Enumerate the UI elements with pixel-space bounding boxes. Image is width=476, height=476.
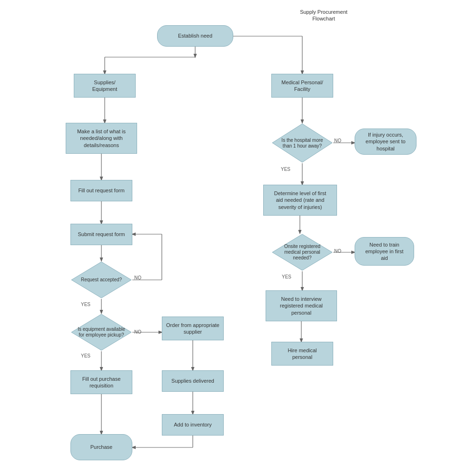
request-accepted-node: Request accepted? [70,261,132,299]
make-list-node: Make a list of what is needed/along with… [66,123,137,154]
equip-available-node: Is equipment available for employee pick… [70,313,132,351]
supplies-delivered-node: Supplies delivered [162,370,224,392]
flowchart-container: Supply Procurement Flowchart [0,0,476,476]
no-equip-label: NO [134,329,141,335]
determine-level-node: Determine level of first aid needed (rat… [263,185,337,216]
hire-medical-node: Hire medical personal [271,342,333,366]
yes-hospital-label: YES [281,167,290,172]
yes-equip-label: YES [81,353,90,358]
fill-purchase-node: Fill out purchase requisition [70,370,132,394]
add-inventory-node: Add to inventory [162,414,224,436]
yes-onsite-label: YES [282,274,291,279]
establish-need-node: Establish need [157,25,233,47]
order-supplier-node: Order from appropriate supplier [162,317,224,340]
medical-personal-node: Medical Personal/ Facility [271,74,333,98]
injury-hospital-node: If injury occurs, employee sent to hospi… [355,129,416,155]
purchase-node: Purchase [70,434,132,460]
supplies-equip-node: Supplies/ Equipment [74,74,136,98]
hospital-away-node: Is the hospital more than 1 hour away? [271,123,333,163]
fill-request-node: Fill out request form [70,180,132,201]
chart-title: Supply Procurement Flowchart [276,9,371,22]
onsite-medical-node: Onsite registered medical personal neede… [271,233,333,271]
no-request-label: NO [134,275,141,280]
yes-request-label: YES [81,302,90,307]
train-employee-node: Need to train employee in first aid [355,237,414,266]
submit-request-node: Submit request form [70,224,132,245]
no-onsite-label: NO [334,248,341,254]
no-hospital-label: NO [334,138,341,143]
interview-medical-node: Need to interview registered medical per… [266,290,337,321]
